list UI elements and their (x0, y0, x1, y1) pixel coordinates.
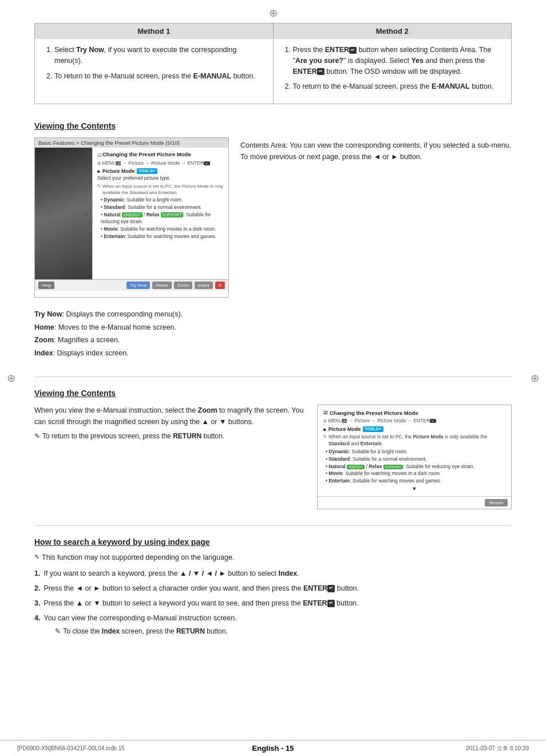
pencil-icon: ✎ (34, 431, 40, 441)
emu2-bullet-3: • Natural ENERGY / Relax SUPPORT: Suitab… (326, 464, 505, 470)
vc2-text: When you view the e-Manual instruction, … (34, 405, 306, 441)
emu-bullet-4: • Movie: Suitable for watching movies in… (101, 226, 224, 233)
emulator-left-image: ► (35, 148, 92, 279)
emu2-bullet-4: • Movie: Suitable for watching movies in… (326, 470, 505, 477)
index-step-4-text: You can view the corresponding e-Manual … (43, 612, 236, 624)
viewing-contents-title-1: Viewing the Contents (34, 121, 512, 130)
return-button[interactable]: Return (485, 499, 508, 506)
viewing-contents-section-1: Viewing the Contents Basic Features > Ch… (34, 121, 512, 359)
emu2-bullet-5: • Entertain: Suitable for watching movie… (326, 478, 505, 485)
emu2-body: ☑ Changing the Preset Picture Mode ⊞ MEN… (318, 405, 511, 496)
emu2-arrow-down: ▼ (323, 486, 505, 492)
method-2-step-2: To return to the e-Manual screen, press … (293, 81, 503, 92)
emu2-bullet-1: • Dynamic: Suitable for a bright room. (326, 449, 505, 456)
home-label: Home: Moves to the e-Manual home screen. (34, 321, 229, 334)
zoom-label: Zoom: Magnifies a screen. (34, 334, 229, 347)
emu2-note: ℕ When an input source is set to PC, the… (323, 434, 505, 448)
vc2-layout: When you view the e-Manual instruction, … (34, 405, 512, 509)
try-now-label: Try Now: Displays the corresponding menu… (34, 308, 229, 321)
try-now-labels: Try Now: Displays the corresponding menu… (34, 308, 229, 359)
index-button[interactable]: Index (195, 282, 213, 289)
index-pencil-icon: ✎ (34, 552, 39, 563)
emu2-badge: TOOLS↵ (363, 426, 383, 432)
index-note-text: This function may not supported dependin… (42, 552, 234, 563)
emu2-section: ■ Picture Mode TOOLS↵ (323, 426, 505, 432)
emu-bullet-2: • Standard: Suitable for a normal enviro… (101, 204, 224, 211)
crosshair-right-icon: ⊕ (531, 372, 539, 385)
index-step-2: 2. Press the ◄ or ► button to select a c… (34, 583, 512, 594)
page-footer: [PD6900-XN]BN68-03421F-00L04.indb 15 Eng… (0, 740, 546, 756)
close-button[interactable]: X (215, 282, 225, 289)
footer-center: English - 15 (188, 744, 358, 753)
viewing-contents-section-2: Viewing the Contents When you view the e… (34, 389, 512, 509)
index-label: Index: Displays index screen. (34, 347, 229, 360)
crosshair-left-icon: ⊕ (7, 372, 15, 385)
emu2-bottom: Return (318, 496, 511, 509)
emulator-bottom-bar: Help Try Now Home Zoom Index X (35, 279, 228, 291)
index-sub-pencil-icon: ✎ (55, 626, 61, 636)
viewing-contents-layout-1: Basic Features > Changing the Preset Pic… (34, 137, 512, 359)
method-1-header: Method 1 (35, 23, 273, 39)
emulator-body: ► ☑ Changing the Preset Picture Mode ⊞ M… (35, 148, 228, 279)
page-wrapper: ⊕ ⊕ ⊕ Method 1 Select Try Now, if you wa… (0, 0, 546, 756)
emulator-image-inner (35, 148, 92, 279)
footer-right: 2011-03-07 오후 8:10:39 (358, 745, 529, 753)
section-divider-2 (34, 525, 512, 526)
emu-select-text: Select your preferred picture type. (97, 175, 224, 182)
emu2-title: ☑ Changing the Preset Picture Mode (323, 410, 505, 416)
emulator-box-1: Basic Features > Changing the Preset Pic… (34, 137, 229, 298)
zoom-button[interactable]: Zoom (174, 282, 192, 289)
index-note: ✎ This function may not supported depend… (34, 552, 512, 563)
emu-bullet-1: • Dynamic: Suitable for a bright room. (101, 197, 224, 204)
footer-left: [PD6900-XN]BN68-03421F-00L04.indb 15 (17, 745, 188, 751)
method-2-column: Method 2 Press the ENTER↵ button when se… (274, 23, 512, 104)
emu2-bullet-2: • Standard: Suitable for a normal enviro… (326, 456, 505, 463)
emulator-topbar: Basic Features > Changing the Preset Pic… (35, 138, 228, 148)
method-1-steps: Select Try Now, if you want to execute t… (44, 45, 264, 81)
emu-note-text: When an input source is set to PC, the P… (102, 183, 224, 196)
help-button[interactable]: Help (38, 282, 54, 289)
index-step-4: 4. You can view the corresponding e-Manu… (34, 612, 512, 636)
vc2-note-text: To return to the previous screen, press … (42, 431, 224, 441)
method-2-step-1: Press the ENTER↵ button when selecting C… (293, 45, 503, 77)
emulator-arrow-right: ► (85, 211, 90, 217)
method-2-steps: Press the ENTER↵ button when selecting C… (283, 45, 503, 92)
method-1-column: Method 1 Select Try Now, if you want to … (35, 23, 274, 104)
emu-bullet-5: • Entertain: Suitable for watching movie… (101, 233, 224, 240)
contents-description: Contents Area: You can view the correspo… (240, 137, 512, 163)
crosshair-top-icon: ⊕ (269, 7, 278, 19)
methods-table: Method 1 Select Try Now, if you want to … (34, 23, 512, 104)
contents-description-text: Contents Area: You can view the correspo… (240, 141, 511, 161)
index-steps: 1. If you want to search a keyword, pres… (34, 568, 512, 636)
emu-section-header: ■ Picture Mode TOOLS↵ (97, 168, 224, 174)
try-now-button[interactable]: Try Now (126, 282, 150, 289)
index-search-section: How to search a keyword by using index p… (34, 537, 512, 636)
home-button[interactable]: Home (152, 282, 171, 289)
emu2-menu-path: ⊞ MENUm → Picture → Picture Mode → ENTER… (323, 418, 505, 423)
index-sub-note: ✎ To close the Index screen, press the R… (55, 626, 236, 636)
emu-menu-path: ⊞ MENUm → Picture → Picture Mode → ENTER… (97, 160, 224, 166)
method-1-step-2: To return to the e-Manual screen, press … (54, 71, 264, 82)
emu-title: Changing the Preset Picture Mode (102, 151, 191, 157)
section-divider-1 (34, 377, 512, 377)
vc2-para-1: When you view the e-Manual instruction, … (34, 405, 306, 428)
emulator-right-content: ☑ Changing the Preset Picture Mode ⊞ MEN… (92, 148, 228, 279)
emu-badge: TOOLS↵ (137, 168, 157, 174)
emu-section-label: Picture Mode (102, 168, 135, 174)
emu-note: ℕ When an input source is set to PC, the… (97, 183, 224, 196)
method-1-step-1: Select Try Now, if you want to execute t… (54, 45, 264, 66)
emulator-box-2: ☑ Changing the Preset Picture Mode ⊞ MEN… (317, 405, 512, 509)
index-step-1: 1. If you want to search a keyword, pres… (34, 568, 512, 579)
vc2-note: ✎ To return to the previous screen, pres… (34, 431, 306, 441)
emu-bullet-3: • Natural ENERGY / Relax SUPPORT: Suitab… (101, 212, 224, 225)
emulator-container: Basic Features > Changing the Preset Pic… (34, 137, 229, 359)
index-search-title: How to search a keyword by using index p… (34, 537, 512, 547)
index-step-3: 3. Press the ▲ or ▼ button to select a k… (34, 597, 512, 609)
method-2-header: Method 2 (274, 23, 512, 39)
viewing-contents-title-2: Viewing the Contents (34, 389, 512, 398)
